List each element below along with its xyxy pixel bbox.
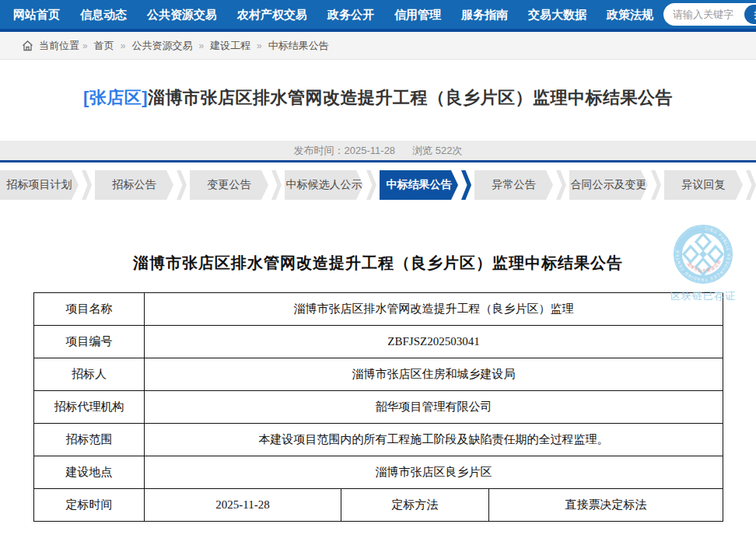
notice-table: 项目名称淄博市张店区排水管网改造提升工程（良乡片区）监理项目编号ZBFJSZ20… xyxy=(33,292,723,522)
tab-招标项目计划[interactable]: 招标项目计划 xyxy=(0,170,79,200)
view-count-label: 浏览 xyxy=(412,145,432,156)
table-value: 韶华项目管理有限公司 xyxy=(145,391,723,424)
tab-中标候选人公示[interactable]: 中标候选人公示 xyxy=(285,170,363,200)
nav-item-公共资源交易[interactable]: 公共资源交易 xyxy=(137,0,227,30)
nav-menu: 网站首页信息动态公共资源交易农村产权交易政务公开信用管理服务指南交易大数据政策法… xyxy=(3,0,663,30)
breadcrumb-label: 当前位置 xyxy=(39,39,79,53)
nav-item-服务指南[interactable]: 服务指南 xyxy=(451,0,518,30)
table-label: 招标代理机构 xyxy=(34,391,145,424)
tab-合同公示及变更[interactable]: 合同公示及变更 xyxy=(569,170,648,200)
table-value: 本建设项目范围内的所有工程施工阶段及缺陷责任期的全过程监理。 xyxy=(145,424,723,456)
table-value: 淄博市张店区排水管网改造提升工程（良乡片区）监理 xyxy=(145,293,723,326)
table-label: 建设地点 xyxy=(34,456,145,489)
notice-heading: 淄博市张店区排水管网改造提升工程（良乡片区）监理中标结果公告 xyxy=(0,253,756,274)
blockchain-seal: ZIBO PUBLIC RESOURCES TRADING CENTER 淄博市… xyxy=(670,223,736,303)
tab-chevron-icon xyxy=(366,170,376,200)
search-box: 搜 索 xyxy=(663,3,756,26)
table-value: 淄博市张店区住房和城乡建设局 xyxy=(145,358,723,391)
breadcrumb: 当前位置 »首页»公共资源交易»建设工程»中标结果公告 xyxy=(0,32,756,60)
table-label: 招标范围 xyxy=(34,424,145,456)
table-row: 招标范围本建设项目范围内的所有工程施工阶段及缺陷责任期的全过程监理。 xyxy=(34,424,723,456)
view-count-value: 522次 xyxy=(436,145,463,156)
table-row: 建设地点淄博市张店区良乡片区 xyxy=(34,456,723,489)
breadcrumb-items: »首页»公共资源交易»建设工程»中标结果公告 xyxy=(79,39,332,53)
breadcrumb-separator: » xyxy=(257,40,262,51)
table-label: 定标时间 xyxy=(34,489,145,522)
nav-item-信用管理[interactable]: 信用管理 xyxy=(384,0,451,30)
breadcrumb-item-首页[interactable]: 首页 xyxy=(94,39,114,53)
breadcrumb-item-中标结果公告[interactable]: 中标结果公告 xyxy=(268,39,329,53)
search-input[interactable] xyxy=(673,9,744,20)
table-value: 淄博市张店区良乡片区 xyxy=(145,456,723,489)
tab-bar: 招标项目计划招标公告变更公告中标候选人公示中标结果公告异常公告合同公示及变更异议… xyxy=(0,170,756,200)
seal-label: 区块链已存证 xyxy=(670,289,736,303)
nav-item-农村产权交易[interactable]: 农村产权交易 xyxy=(227,0,317,30)
breadcrumb-separator: » xyxy=(121,40,126,51)
table-label: 项目编号 xyxy=(34,326,145,358)
view-count: 浏览 522次 xyxy=(412,144,462,158)
page-title: [张店区]淄博市张店区排水管网改造提升工程（良乡片区）监理中标结果公告 xyxy=(0,86,756,110)
tab-招标公告[interactable]: 招标公告 xyxy=(95,170,173,200)
breadcrumb-separator: » xyxy=(198,40,204,51)
table-row: 项目编号ZBFJSZ202503041 xyxy=(34,326,723,358)
home-icon xyxy=(22,40,33,51)
table-value: 2025-11-28 xyxy=(145,489,341,522)
tab-chevron-icon xyxy=(82,170,92,200)
breadcrumb-item-公共资源交易[interactable]: 公共资源交易 xyxy=(131,39,192,53)
tab-chevron-icon xyxy=(746,170,756,200)
tab-中标结果公告[interactable]: 中标结果公告 xyxy=(380,170,458,200)
notice-content: ZIBO PUBLIC RESOURCES TRADING CENTER 淄博市… xyxy=(0,253,756,522)
table-label: 定标方法 xyxy=(341,489,489,522)
publish-date: 2025-11-28 xyxy=(345,145,396,156)
tab-变更公告[interactable]: 变更公告 xyxy=(190,170,268,200)
publish-time: 发布时间：2025-11-28 xyxy=(294,144,396,158)
table-label: 项目名称 xyxy=(34,293,145,326)
nav-item-网站首页[interactable]: 网站首页 xyxy=(3,0,70,30)
top-navigation: 网站首页信息动态公共资源交易农村产权交易政务公开信用管理服务指南交易大数据政策法… xyxy=(0,0,756,32)
publish-time-label: 发布时间： xyxy=(294,145,345,156)
nav-item-信息动态[interactable]: 信息动态 xyxy=(70,0,137,30)
table-value: 直接票决定标法 xyxy=(489,489,723,522)
search-button[interactable]: 搜 索 xyxy=(744,5,756,24)
table-row: 定标时间2025-11-28定标方法直接票决定标法 xyxy=(34,489,723,522)
tab-chevron-icon xyxy=(177,170,187,200)
publish-info-bar: 发布时间：2025-11-28 浏览 522次 xyxy=(0,141,756,162)
nav-item-交易大数据[interactable]: 交易大数据 xyxy=(518,0,597,30)
table-row: 招标代理机构韶华项目管理有限公司 xyxy=(34,391,723,424)
page-title-text: 淄博市张店区排水管网改造提升工程（良乡片区）监理中标结果公告 xyxy=(148,88,673,107)
nav-item-政务公开[interactable]: 政务公开 xyxy=(317,0,384,30)
tab-chevron-icon xyxy=(271,170,282,200)
table-row: 项目名称淄博市张店区排水管网改造提升工程（良乡片区）监理 xyxy=(34,293,723,326)
district-link[interactable]: [张店区] xyxy=(83,88,148,107)
nav-item-政策法规[interactable]: 政策法规 xyxy=(597,0,663,30)
tab-异常公告[interactable]: 异常公告 xyxy=(474,170,553,200)
breadcrumb-separator: » xyxy=(82,40,88,51)
tab-chevron-icon xyxy=(651,170,661,200)
seal-emblem-icon: ZIBO PUBLIC RESOURCES TRADING CENTER 淄博市… xyxy=(672,223,734,285)
table-value: ZBFJSZ202503041 xyxy=(145,326,723,358)
table-label: 招标人 xyxy=(34,358,145,391)
table-row: 招标人淄博市张店区住房和城乡建设局 xyxy=(34,358,723,391)
tab-异议回复[interactable]: 异议回复 xyxy=(664,170,743,200)
tab-chevron-icon xyxy=(461,170,471,200)
breadcrumb-item-建设工程[interactable]: 建设工程 xyxy=(210,39,250,53)
tab-chevron-icon xyxy=(556,170,566,200)
